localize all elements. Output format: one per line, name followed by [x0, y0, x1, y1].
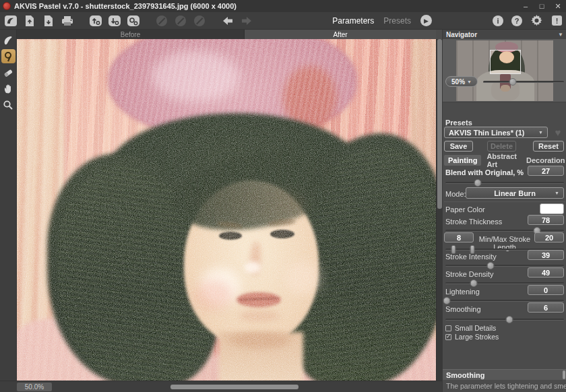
delete-preset-button: Delete — [487, 141, 516, 152]
chevron-down-icon: ▼ — [555, 191, 559, 195]
stroke-intensity-slider[interactable] — [445, 265, 564, 267]
stroke-thickness-slider[interactable] — [445, 230, 564, 232]
navigator-preview[interactable] — [443, 39, 566, 102]
smoothing-slider[interactable] — [445, 319, 564, 321]
import-presets-icon[interactable] — [88, 14, 103, 28]
lightening-slider-handle[interactable] — [443, 297, 450, 304]
tab-decoration[interactable]: Decoration — [522, 155, 566, 166]
large-strokes-checkbox[interactable]: Large Strokes — [445, 333, 499, 341]
undo-icon[interactable] — [220, 14, 235, 28]
publish-icon-2 — [173, 14, 188, 28]
status-zoom-value[interactable]: 50.0% — [17, 383, 52, 391]
run-button[interactable]: ▶ — [420, 15, 432, 26]
redo-icon — [239, 14, 254, 28]
large-strokes-label: Large Strokes — [455, 333, 499, 341]
view-tabs: Before After — [17, 30, 436, 39]
tab-abstract-art[interactable]: Abstract Art — [482, 151, 521, 170]
close-button[interactable]: ✕ — [550, 0, 566, 12]
help-icon[interactable]: ? — [511, 15, 522, 26]
settings-panel: Navigator ▼ 50% ▼ Presets AKVIS Thin — [442, 30, 566, 392]
hint-title: Smoothing — [443, 369, 566, 380]
title-bar: AKVIS Pastel v.7.0 - shutterstock_239793… — [0, 0, 566, 12]
blend-slider[interactable] — [445, 182, 564, 184]
tab-presets[interactable]: Presets — [383, 16, 411, 26]
small-details-label: Small Details — [455, 324, 496, 332]
chevron-down-icon[interactable]: ▼ — [558, 32, 563, 38]
save-preset-button[interactable]: Save — [444, 141, 473, 152]
info-icon[interactable]: i — [493, 15, 503, 26]
print-icon[interactable] — [60, 14, 75, 28]
vertical-scrollbar-thumb[interactable] — [437, 39, 442, 209]
zoom-dropdown-button[interactable]: 50% ▼ — [445, 76, 478, 87]
preset-dropdown[interactable]: AKVIS Thin Lines* (1) ▼ — [444, 127, 548, 138]
smoothing-label: Smoothing — [445, 305, 481, 313]
stroke-length-max-value[interactable]: 20 — [534, 232, 564, 242]
save-image-icon[interactable] — [41, 14, 56, 28]
stroke-thickness-label: Stroke Thickness — [445, 218, 502, 226]
stroke-density-value[interactable]: 49 — [528, 267, 564, 277]
lightening-value[interactable]: 0 — [528, 285, 564, 295]
blend-slider-handle[interactable] — [474, 179, 481, 187]
zoom-slider-handle[interactable] — [509, 78, 517, 86]
stroke-intensity-slider-handle[interactable] — [486, 262, 494, 269]
horizontal-scrollbar[interactable] — [57, 385, 435, 389]
main-toolbar: Parameters Presets ▶ i ? ! — [0, 12, 566, 30]
preferences-gear-icon[interactable] — [529, 14, 544, 28]
batch-processing-icon[interactable] — [126, 14, 141, 28]
history-brush-tool-icon[interactable] — [1, 49, 15, 63]
navigator-viewport-frame[interactable] — [490, 50, 521, 74]
horizontal-scrollbar-thumb[interactable] — [170, 385, 298, 389]
window-title: AKVIS Pastel v.7.0 - shutterstock_239793… — [14, 2, 237, 10]
blend-label: Blend with Original, % — [445, 168, 524, 176]
lightening-label: Lightening — [445, 288, 480, 296]
paper-color-swatch[interactable] — [540, 203, 564, 214]
quick-preview-tool-icon[interactable] — [1, 33, 15, 47]
checkbox-icon[interactable] — [445, 325, 451, 331]
akvis-logo-button[interactable] — [3, 14, 18, 28]
eraser-tool-icon[interactable] — [1, 65, 15, 79]
tab-parameters[interactable]: Parameters — [332, 16, 374, 26]
app-window: AKVIS Pastel v.7.0 - shutterstock_239793… — [0, 0, 566, 392]
stroke-density-slider-handle[interactable] — [470, 280, 478, 287]
checkbox-icon[interactable] — [445, 334, 451, 340]
tab-after[interactable]: After — [245, 30, 436, 39]
stroke-intensity-value[interactable]: 39 — [528, 250, 564, 260]
minimize-button[interactable]: – — [517, 0, 534, 12]
hint-text: The parameter lets tightening and smeari… — [443, 380, 566, 392]
feedback-icon[interactable]: ! — [552, 15, 562, 26]
stroke-thickness-value[interactable]: 78 — [528, 215, 564, 225]
tools-panel — [0, 30, 17, 381]
parameter-tabs: Painting Abstract Art Decoration — [443, 155, 566, 166]
navigator-thumbnail — [456, 40, 553, 101]
image-canvas[interactable] — [17, 39, 436, 381]
export-presets-icon[interactable] — [107, 14, 122, 28]
stroke-density-slider[interactable] — [445, 282, 564, 284]
akvis-app-icon — [3, 2, 11, 10]
hand-tool-icon[interactable] — [1, 81, 15, 96]
maximize-button[interactable]: □ — [534, 0, 550, 12]
mode-dropdown[interactable]: Linear Burn ▼ — [466, 187, 564, 199]
zoom-tool-icon[interactable] — [1, 98, 15, 112]
paper-color-label: Paper Color — [445, 205, 485, 214]
chevron-down-icon: ▼ — [538, 130, 543, 135]
smoothing-value[interactable]: 6 — [528, 302, 564, 313]
publish-icon-1 — [154, 14, 169, 28]
reset-button[interactable]: Reset — [533, 141, 564, 152]
navigator-title: Navigator — [446, 31, 477, 38]
divider — [444, 201, 565, 202]
mode-label: Mode: — [445, 190, 466, 198]
vertical-scrollbar[interactable] — [436, 39, 442, 381]
open-image-icon[interactable] — [22, 14, 37, 28]
favorite-heart-icon[interactable]: ♥ — [552, 127, 564, 138]
smoothing-slider-handle[interactable] — [506, 316, 513, 323]
hint-scrollbar[interactable] — [563, 370, 565, 379]
small-details-checkbox[interactable]: Small Details — [445, 324, 496, 332]
lightening-slider[interactable] — [445, 300, 564, 302]
blend-value[interactable]: 27 — [528, 166, 564, 176]
stroke-length-min-value[interactable]: 8 — [444, 232, 474, 242]
zoom-slider[interactable] — [483, 81, 564, 83]
zoom-value: 50% — [451, 78, 465, 86]
tab-painting[interactable]: Painting — [444, 155, 481, 166]
tab-before[interactable]: Before — [17, 30, 245, 39]
navigator-header[interactable]: Navigator ▼ — [443, 30, 566, 39]
